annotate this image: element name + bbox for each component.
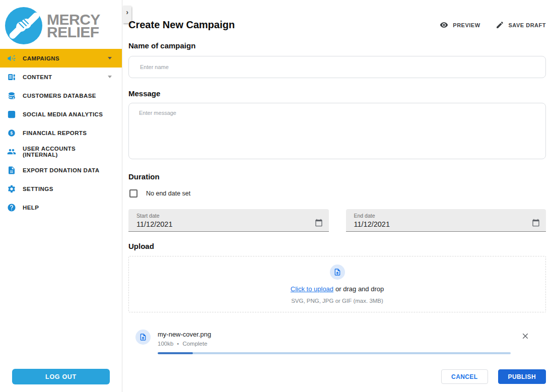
help-icon xyxy=(7,203,16,212)
logo-wordmark: MERCY RELIEF xyxy=(47,13,100,38)
preview-label: PREVIEW xyxy=(453,22,480,28)
campaign-name-input[interactable] xyxy=(128,56,546,78)
start-date-field[interactable]: Start date 11/12/2021 xyxy=(128,209,329,232)
calendar-icon[interactable] xyxy=(315,219,323,227)
dates-row: Start date 11/12/2021 End date 11/12/202… xyxy=(128,209,546,232)
calendar-icon[interactable] xyxy=(532,219,540,227)
footer-actions: CANCEL PUBLISH xyxy=(128,369,546,384)
start-date-label: Start date xyxy=(136,213,307,219)
save-draft-label: SAVE DRAFT xyxy=(509,22,546,28)
sidebar-item-label: SETTINGS xyxy=(23,186,53,192)
message-section-label: Message xyxy=(128,89,546,98)
header-actions: PREVIEW SAVE DRAFT xyxy=(440,21,546,29)
eye-icon xyxy=(440,21,448,29)
sidebar-item-label: CAMPAIGNS xyxy=(23,55,59,61)
chevron-down-icon xyxy=(108,57,112,59)
page-header: Create New Campaign PREVIEW SAVE DRAFT xyxy=(128,19,546,31)
gear-icon xyxy=(7,184,16,193)
click-to-upload-link[interactable]: Click to upload xyxy=(291,285,333,293)
sidebar-item-label: SOCIAL MEDIA ANALYTICS xyxy=(23,111,103,117)
page-title: Create New Campaign xyxy=(128,19,235,31)
log-out-button[interactable]: LOG OUT xyxy=(12,369,110,384)
file-meta-separator: • xyxy=(177,341,179,347)
upload-file-icon xyxy=(330,265,345,280)
sidebar-item-export-donation-data[interactable]: EXPORT DONATION DATA xyxy=(0,161,122,179)
sidebar: MERCY RELIEF CAMPAIGNS CONTENT xyxy=(0,0,122,392)
sidebar-item-settings[interactable]: SETTINGS xyxy=(0,179,122,198)
sidebar-item-user-accounts[interactable]: USER ACCOUNTS (INTERNAL) xyxy=(0,142,122,161)
upload-file-icon xyxy=(135,330,151,345)
pencil-icon xyxy=(496,21,504,29)
upload-progress-fill xyxy=(158,352,193,354)
sidebar-item-label: HELP xyxy=(23,205,39,211)
no-end-date-checkbox[interactable] xyxy=(129,189,137,198)
database-icon xyxy=(7,91,16,100)
file-info: my-new-cover.png 100kb • Complete xyxy=(158,330,511,354)
publish-button[interactable]: PUBLISH xyxy=(498,369,546,384)
file-name: my-new-cover.png xyxy=(158,331,511,338)
coin-icon: $ xyxy=(7,128,16,138)
sidebar-item-label: USER ACCOUNTS (INTERNAL) xyxy=(23,146,112,158)
upload-section-label: Upload xyxy=(128,242,546,250)
remove-file-button[interactable] xyxy=(521,332,530,341)
sidebar-item-content[interactable]: CONTENT xyxy=(0,68,122,86)
upload-progress-bar xyxy=(158,352,511,354)
mercy-relief-logo-icon xyxy=(5,7,42,44)
end-date-field[interactable]: End date 11/12/2021 xyxy=(346,209,546,232)
sidebar-item-customers-database[interactable]: CUSTOMERS DATABASE xyxy=(0,86,122,105)
sidebar-nav: CAMPAIGNS CONTENT CUSTOMERS DATABASE xyxy=(0,49,122,217)
name-section-label: Name of campaign xyxy=(128,41,546,50)
sidebar-item-label: CONTENT xyxy=(23,74,52,80)
preview-button[interactable]: PREVIEW xyxy=(440,21,480,29)
sidebar-item-label: CUSTOMERS DATABASE xyxy=(23,93,96,99)
sidebar-item-social-media-analytics[interactable]: SOCIAL MEDIA ANALYTICS xyxy=(0,105,122,123)
sidebar-item-help[interactable]: HELP xyxy=(0,198,122,217)
chevron-down-icon xyxy=(108,76,112,78)
sidebar-item-campaigns[interactable]: CAMPAIGNS xyxy=(0,49,122,68)
save-draft-button[interactable]: SAVE DRAFT xyxy=(496,21,546,29)
file-meta: 100kb • Complete xyxy=(158,341,511,347)
drag-drop-text: or drag and drop xyxy=(335,285,384,293)
file-icon xyxy=(7,166,16,175)
main-content: Create New Campaign PREVIEW SAVE DRAFT N… xyxy=(123,0,553,392)
logo: MERCY RELIEF xyxy=(0,0,122,49)
message-textarea[interactable] xyxy=(128,103,546,159)
uploaded-file-row: my-new-cover.png 100kb • Complete xyxy=(128,330,546,354)
chart-icon xyxy=(7,110,16,119)
users-icon xyxy=(7,147,16,156)
sidebar-item-financial-reports[interactable]: $ FINANCIAL REPORTS xyxy=(0,123,122,142)
upload-hint: SVG, PNG, JPG or GIF (max. 3MB) xyxy=(291,298,383,304)
no-end-date-label: No end date set xyxy=(146,190,190,197)
upload-dropzone[interactable]: Click to uploador drag and drop SVG, PNG… xyxy=(128,256,546,312)
app-window: MERCY RELIEF CAMPAIGNS CONTENT xyxy=(0,0,553,392)
end-date-label: End date xyxy=(354,213,524,219)
megaphone-icon xyxy=(7,54,16,63)
file-size: 100kb xyxy=(158,341,173,347)
end-date-value: 11/12/2021 xyxy=(354,220,524,228)
no-end-date-row: No end date set xyxy=(128,189,546,198)
close-icon xyxy=(521,332,530,341)
duration-section-label: Duration xyxy=(128,172,546,181)
content-icon xyxy=(7,73,16,82)
svg-text:$: $ xyxy=(11,131,13,136)
sidebar-item-label: EXPORT DONATION DATA xyxy=(23,167,99,173)
file-status: Complete xyxy=(182,341,207,347)
sidebar-item-label: FINANCIAL REPORTS xyxy=(23,130,87,136)
upload-instruction: Click to uploador drag and drop xyxy=(291,285,384,293)
cancel-button[interactable]: CANCEL xyxy=(441,369,488,384)
start-date-value: 11/12/2021 xyxy=(136,220,307,228)
